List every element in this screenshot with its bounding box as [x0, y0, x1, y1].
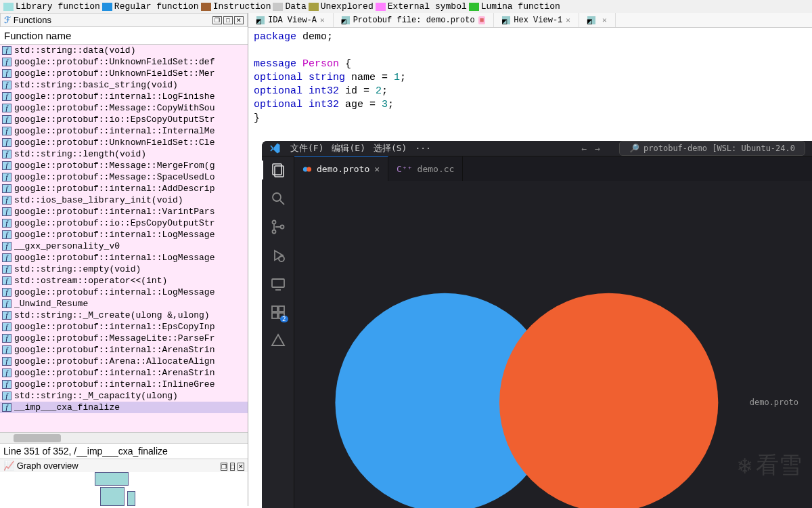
svg-line-3 — [280, 200, 284, 205]
function-row[interactable]: fgoogle::protobuf::UnknownFieldSet::Cle — [0, 137, 248, 148]
vscode-titlebar[interactable]: 文件(F)编辑(E)选择(S)··· ← → 🔎 protobuf-demo [… — [262, 141, 812, 156]
function-name: std::string::empty(void) — [14, 263, 141, 275]
function-name: std::ostream::operator<<(int) — [14, 275, 167, 287]
graph-restore-icon[interactable]: ❐ — [221, 463, 227, 471]
tab-label: IDA View-A — [268, 16, 317, 25]
vscode-menu-item[interactable]: ··· — [415, 143, 430, 153]
function-row[interactable]: fstd::string::empty(void) — [0, 263, 248, 275]
function-row[interactable]: fgoogle::protobuf::Message::CopyWithSou — [0, 102, 248, 114]
vscode-file-tabs: demo.proto✕C⁺⁺demo.cc — [294, 156, 812, 181]
function-icon: f — [2, 311, 12, 320]
vscode-breadcrumb[interactable]: demo.proto — [294, 181, 812, 508]
function-row[interactable]: fstd::string::_M_create(ulong &,ulong) — [0, 310, 248, 321]
vscode-file-tab[interactable]: demo.proto✕ — [294, 156, 388, 181]
function-row[interactable]: fgoogle::protobuf::Arena::AllocateAlign — [0, 356, 248, 367]
function-row[interactable]: fgoogle::protobuf::internal::LogMessage — [0, 287, 248, 298]
svg-rect-12 — [279, 306, 284, 312]
functions-status: Line 351 of 352, /__imp___cxa_finalize — [0, 443, 248, 459]
vscode-file-tab[interactable]: C⁺⁺demo.cc — [388, 156, 463, 181]
function-row[interactable]: fgoogle::protobuf::UnknownFieldSet::Mer — [0, 68, 248, 79]
function-name: google::protobuf::io::EpsCopyOutputStr — [14, 217, 215, 229]
function-icon: f — [2, 196, 12, 205]
function-row[interactable]: fgoogle::protobuf::internal::ArenaStrin — [0, 367, 248, 379]
tab-close-icon[interactable]: ✕ — [374, 164, 380, 174]
function-row[interactable]: fgoogle::protobuf::io::EpsCopyOutputStr — [0, 114, 248, 125]
function-name: google::protobuf::Message::SpaceUsedLo — [14, 171, 215, 183]
graph-overview-body[interactable] — [0, 472, 248, 506]
proto-file-icon — [308, 184, 746, 508]
legend-label: Data — [285, 1, 306, 12]
doc-tab[interactable]: ◩Protobuf file: demo.proto■ — [334, 13, 495, 27]
ida-code-view[interactable]: package demo; message Person { optional … — [248, 28, 812, 128]
function-row[interactable]: fgoogle::protobuf::internal::VarintPars — [0, 206, 248, 217]
vscode-menu-item[interactable]: 文件(F) — [290, 143, 323, 153]
function-row[interactable]: fstd::ios_base_library_init(void) — [0, 194, 248, 206]
vscode-menu-item[interactable]: 选择(S) — [374, 143, 407, 153]
function-icon: f — [2, 58, 12, 66]
legend-label: External symbol — [388, 1, 467, 12]
function-name: google::protobuf::internal::VarintPars — [14, 206, 215, 217]
snowflake-icon: ❄ — [738, 452, 752, 479]
function-row[interactable]: fgoogle::protobuf::internal::EpsCopyInp — [0, 321, 248, 333]
function-row[interactable]: f__imp___cxa_finalize — [0, 402, 248, 413]
function-icon: f — [2, 391, 12, 400]
legend-swatch — [3, 3, 14, 11]
functions-column-header[interactable]: Function name — [0, 27, 248, 45]
function-icon: f — [2, 150, 12, 158]
function-row[interactable]: fstd::string::length(void) — [0, 148, 248, 160]
panel-max-icon[interactable]: □ — [223, 16, 233, 24]
function-row[interactable]: fgoogle::protobuf::Message::SpaceUsedLo — [0, 171, 248, 183]
explorer-icon[interactable] — [270, 162, 286, 178]
function-row[interactable]: fstd::string::_M_capacity(ulong) — [0, 390, 248, 402]
legend-swatch — [469, 3, 479, 11]
function-row[interactable]: fgoogle::protobuf::internal::AddDescrip — [0, 183, 248, 194]
function-icon: f — [2, 69, 12, 78]
function-name: std::string::basic_string(void) — [14, 79, 178, 91]
function-row[interactable]: fgoogle::protobuf::Message::MergeFrom(g — [0, 160, 248, 171]
function-name: google::protobuf::UnknownFieldSet::Mer — [14, 68, 215, 79]
tab-close-icon[interactable]: ■ — [478, 16, 486, 24]
doc-tab[interactable]: ◩✕ — [579, 13, 616, 27]
nav-back-icon[interactable]: ← — [581, 144, 587, 154]
function-row[interactable]: fgoogle::protobuf::UnknownFieldSet::def — [0, 56, 248, 68]
legend-swatch — [376, 3, 386, 11]
function-row[interactable]: fgoogle::protobuf::internal::InlineGree — [0, 379, 248, 390]
function-name: google::protobuf::io::EpsCopyOutputStr — [14, 114, 215, 125]
extensions-icon[interactable]: 2 — [270, 304, 286, 320]
doc-tab[interactable]: ◩IDA View-A✕ — [248, 13, 334, 27]
functions-list[interactable]: fstd::string::data(void)fgoogle::protobu… — [0, 45, 248, 432]
remote-icon[interactable] — [270, 276, 286, 292]
function-row[interactable]: fgoogle::protobuf::internal::ArenaStrin — [0, 344, 248, 356]
testing-icon[interactable] — [270, 333, 286, 349]
legend-label: Regular function — [114, 1, 199, 12]
functions-hscrollbar[interactable] — [0, 432, 248, 443]
function-row[interactable]: fstd::string::basic_string(void) — [0, 79, 248, 91]
function-row[interactable]: fstd::string::data(void) — [0, 45, 248, 56]
source-control-icon[interactable] — [270, 219, 286, 235]
tab-close-icon[interactable]: ✕ — [602, 16, 607, 24]
function-row[interactable]: f_Unwind_Resume — [0, 298, 248, 310]
function-row[interactable]: fgoogle::protobuf::internal::InternalMe — [0, 125, 248, 137]
function-row[interactable]: fgoogle::protobuf::internal::LogFinishe — [0, 91, 248, 102]
doc-tab[interactable]: ◩Hex View-1✕ — [494, 13, 579, 27]
function-row[interactable]: fstd::ostream::operator<<(int) — [0, 275, 248, 287]
nav-fwd-icon[interactable]: → — [595, 144, 600, 154]
search-tab-icon[interactable] — [270, 190, 286, 207]
function-row[interactable]: fgoogle::protobuf::internal::LogMessage — [0, 229, 248, 240]
function-row[interactable]: fgoogle::protobuf::internal::LogMessage — [0, 252, 248, 263]
function-row[interactable]: f__gxx_personality_v0 — [0, 240, 248, 252]
vscode-tab-label: demo.proto — [317, 164, 369, 174]
graph-close-icon[interactable]: ✕ — [238, 463, 244, 471]
graph-max-icon[interactable]: □ — [230, 463, 235, 471]
panel-close-icon[interactable]: ✕ — [234, 16, 244, 24]
vscode-menu-item[interactable]: 编辑(E) — [332, 143, 365, 153]
function-row[interactable]: fgoogle::protobuf::MessageLite::ParseFr — [0, 333, 248, 344]
tab-close-icon[interactable]: ✕ — [320, 16, 325, 24]
vscode-search-box[interactable]: 🔎 protobuf-demo [WSL: Ubuntu-24.0 — [619, 141, 805, 156]
panel-restore-icon[interactable]: ❐ — [212, 16, 222, 24]
function-row[interactable]: fgoogle::protobuf::io::EpsCopyOutputStr — [0, 217, 248, 229]
tab-close-icon[interactable]: ✕ — [566, 16, 570, 24]
function-name: google::protobuf::internal::AddDescrip — [14, 183, 215, 194]
run-debug-icon[interactable] — [270, 247, 286, 263]
svg-point-4 — [272, 221, 275, 224]
